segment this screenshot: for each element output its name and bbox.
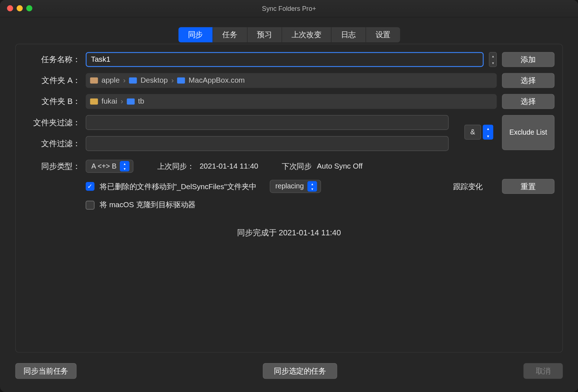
row-sync-type: 同步类型： A <+> B ▴▾ 上次同步： 2021-01-14 11:40 … [23, 160, 554, 173]
folder-filter-input[interactable] [86, 115, 449, 130]
tab-log[interactable]: 日志 [331, 27, 366, 42]
row-move-deleted: ✓ 将已删除的文件移动到"_DelSyncFiles"文件夹中 replacin… [86, 179, 555, 194]
sync-type-label: 同步类型： [23, 161, 80, 171]
content-panel: 任务名称： Task1 ▴▾ 添加 文件夹 A： apple › Desktop… [15, 44, 562, 353]
sync-type-select[interactable]: A <+> B ▴▾ [86, 160, 134, 173]
tab-sync[interactable]: 同步 [178, 27, 213, 42]
tab-last-changes[interactable]: 上次改变 [282, 27, 331, 42]
sync-type-value: A <+> B [91, 162, 117, 170]
add-button[interactable]: 添加 [502, 52, 554, 67]
filter-and-operator[interactable]: & [464, 125, 481, 139]
exclude-list-label: Exclude List [509, 128, 547, 137]
file-filter-label: 文件过滤： [23, 138, 80, 149]
folder-b-label: 文件夹 B： [23, 96, 80, 107]
close-icon[interactable] [7, 5, 13, 12]
replacing-select[interactable]: replacing ▴▾ [270, 180, 321, 193]
folder-icon [129, 78, 137, 84]
path-segment: Desktop [140, 76, 168, 85]
tab-tasks[interactable]: 任务 [213, 27, 248, 42]
next-sync-label: 下次同步 [282, 161, 311, 171]
folder-a-label: 文件夹 A： [23, 75, 80, 86]
chevron-up-icon: ▴ [483, 125, 493, 132]
filter-group: 文件夹过滤： 文件过滤： & ▴▾ Exclude List [23, 115, 554, 157]
path-segment: fukai [101, 97, 117, 106]
task-stepper[interactable]: ▴▾ [489, 52, 497, 67]
replacing-value: replacing [275, 182, 304, 190]
track-changes-label: 跟踪变化 [453, 181, 483, 191]
tab-segments: 同步 任务 预习 上次改变 日志 设置 [178, 27, 400, 42]
window-title: Sync Folders Pro+ [262, 5, 316, 12]
sync-selected-button[interactable]: 同步选定的任务 [263, 363, 337, 379]
bottom-bar: 同步当前任务 同步选定的任务 取消 [15, 363, 562, 379]
reset-button[interactable]: 重置 [502, 179, 554, 194]
folder-icon [177, 78, 185, 84]
home-icon [90, 78, 98, 84]
folder-filter-label: 文件夹过滤： [23, 117, 80, 128]
traffic-lights [7, 5, 32, 12]
path-segment: apple [101, 76, 119, 85]
next-sync-value: Auto Sync Off [317, 162, 363, 170]
exclude-list-button[interactable]: Exclude List [502, 115, 554, 150]
minimize-icon[interactable] [17, 5, 23, 12]
filter-operator-select[interactable]: ▴▾ [483, 125, 493, 139]
row-clone-macos: 将 macOS 克隆到目标驱动器 [86, 200, 555, 210]
row-folder-a: 文件夹 A： apple › Desktop › MacAppBox.com 选… [23, 73, 554, 88]
chevron-down-icon: ▾ [489, 60, 496, 66]
move-deleted-label: 将已删除的文件移动到"_DelSyncFiles"文件夹中 [100, 181, 257, 191]
chevron-down-icon: ▾ [483, 132, 493, 140]
path-segment: tb [138, 97, 144, 106]
tab-preview[interactable]: 预习 [247, 27, 282, 42]
task-name-input[interactable]: Task1 [86, 52, 484, 67]
row-folder-b: 文件夹 B： fukai › tb 选择 [23, 94, 554, 109]
row-file-filter: 文件过滤： [23, 136, 461, 151]
maximize-icon[interactable] [26, 5, 32, 12]
chevron-right-icon: › [123, 76, 126, 85]
disk-icon [90, 99, 98, 105]
choose-folder-a-button[interactable]: 选择 [502, 73, 554, 88]
sync-current-button[interactable]: 同步当前任务 [15, 363, 76, 379]
chevron-up-icon: ▴ [489, 52, 496, 59]
folder-icon [127, 99, 135, 105]
last-sync-value: 2021-01-14 11:40 [200, 162, 258, 170]
path-segment: MacAppBox.com [189, 76, 245, 85]
file-filter-input[interactable] [86, 136, 449, 151]
status-message: 同步完成于 2021-01-14 11:40 [23, 227, 554, 238]
choose-folder-b-button[interactable]: 选择 [502, 94, 554, 109]
folder-b-path[interactable]: fukai › tb [86, 94, 497, 109]
app-window: Sync Folders Pro+ 同步 任务 预习 上次改变 日志 设置 任务… [0, 0, 578, 392]
row-folder-filter: 文件夹过滤： [23, 115, 461, 130]
clone-macos-label: 将 macOS 克隆到目标驱动器 [100, 200, 196, 210]
tabbar: 同步 任务 预习 上次改变 日志 设置 [0, 27, 578, 42]
task-name-label: 任务名称： [23, 54, 80, 65]
last-sync-label: 上次同步： [157, 161, 194, 171]
move-deleted-checkbox[interactable]: ✓ [86, 182, 95, 191]
tab-settings[interactable]: 设置 [366, 27, 400, 42]
chevron-right-icon: › [171, 76, 174, 85]
folder-a-path[interactable]: apple › Desktop › MacAppBox.com [86, 73, 497, 88]
dropdown-arrow-icon: ▴▾ [120, 161, 130, 171]
chevron-right-icon: › [121, 97, 123, 106]
cancel-button[interactable]: 取消 [524, 363, 563, 379]
row-task-name: 任务名称： Task1 ▴▾ 添加 [23, 52, 554, 67]
titlebar: Sync Folders Pro+ [0, 0, 578, 17]
dropdown-arrow-icon: ▴▾ [307, 181, 317, 192]
clone-macos-checkbox[interactable] [86, 201, 95, 209]
